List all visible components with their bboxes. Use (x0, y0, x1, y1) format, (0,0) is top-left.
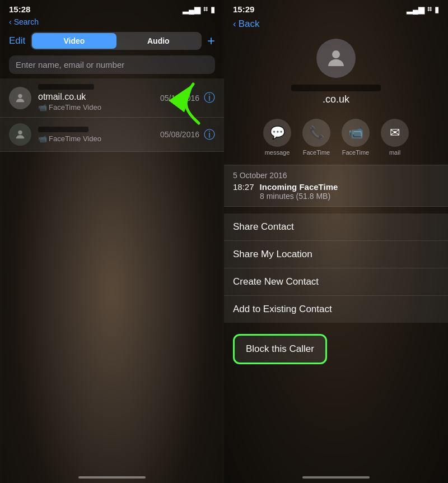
home-indicator-left (78, 476, 146, 479)
share-contact-item[interactable]: Share Contact (224, 213, 448, 241)
call-info: 📹 FaceTime Video (38, 127, 153, 143)
chevron-left-icon: ‹ (233, 18, 236, 30)
call-detail-date: 5 October 2016 (233, 171, 439, 180)
add-button[interactable]: + (207, 34, 215, 48)
video-tab[interactable]: Video (32, 33, 116, 49)
svg-point-1 (18, 131, 22, 134)
left-panel: 15:28 ▂▄▆ ⌗ ▮ ‹ Search Edit Video Audio … (0, 0, 224, 483)
mail-icon[interactable]: ✉ (381, 119, 409, 147)
home-indicator-right (302, 476, 370, 479)
facetime-audio-label: FaceTime (303, 149, 330, 156)
phone-icon[interactable]: 📞 (302, 119, 330, 147)
call-item[interactable]: 📹 FaceTime Video 05/08/2016 ⓘ (0, 118, 224, 152)
time-right: 15:29 (233, 4, 254, 14)
call-date: 05/08/2016 (160, 130, 199, 139)
battery-icon: ▮ (435, 5, 439, 14)
action-buttons: 💬 message 📞 FaceTime 📹 FaceTime ✉ mail (224, 114, 448, 162)
call-type: 📹 FaceTime Video (38, 134, 153, 143)
message-icon[interactable]: 💬 (263, 119, 291, 147)
signal-icon: ▂▄▆ (407, 5, 424, 14)
facetime-video-label: FaceTime (342, 149, 370, 156)
status-bar-right: 15:29 ▂▄▆ ⌗ ▮ (224, 0, 448, 16)
call-info: otmail.co.uk 📹 FaceTime Video (38, 84, 153, 112)
status-icons-left: ▂▄▆ ⌗ ▮ (183, 4, 215, 14)
call-list: otmail.co.uk 📹 FaceTime Video 05/10/2016… (0, 78, 224, 483)
battery-icon: ▮ (211, 5, 215, 14)
status-bar-left: 15:28 ▂▄▆ ⌗ ▮ (0, 0, 224, 16)
info-button[interactable]: ⓘ (204, 90, 215, 105)
call-detail-time: 18:27 (233, 182, 254, 192)
contact-domain: .co.uk (323, 94, 349, 105)
back-link-left[interactable]: ‹ Search (0, 16, 224, 29)
facetime-audio-action[interactable]: 📞 FaceTime (302, 119, 330, 156)
message-label: message (265, 149, 290, 156)
edit-button[interactable]: Edit (9, 35, 25, 47)
share-location-item[interactable]: Share My Location (224, 241, 448, 268)
video-icon: 📹 (38, 103, 47, 112)
contact-header: .co.uk (224, 33, 448, 114)
left-content: 15:28 ▂▄▆ ⌗ ▮ ‹ Search Edit Video Audio … (0, 0, 224, 483)
block-section: Block this Caller (224, 332, 448, 366)
contact-avatar (316, 39, 356, 78)
svg-point-3 (332, 50, 340, 58)
avatar (9, 87, 31, 109)
menu-list: Share Contact Share My Location Create N… (224, 213, 448, 323)
call-name: otmail.co.uk (38, 92, 153, 102)
back-label-right: Back (239, 18, 260, 30)
block-caller-button[interactable]: Block this Caller (233, 334, 327, 364)
search-placeholder: Enter name, email or number (16, 60, 124, 69)
call-meta: 05/10/2016 ⓘ (160, 90, 215, 105)
message-action[interactable]: 💬 message (263, 119, 291, 156)
call-type: 📹 FaceTime Video (38, 103, 153, 112)
back-nav-right[interactable]: ‹ Back (224, 16, 448, 33)
svg-point-0 (18, 94, 22, 97)
back-label-left: Search (14, 17, 39, 26)
facetime-video-action[interactable]: 📹 FaceTime (342, 119, 370, 156)
status-icons-right: ▂▄▆ ⌗ ▮ (407, 4, 439, 14)
wifi-icon: ⌗ (203, 4, 208, 14)
avatar (9, 123, 31, 146)
call-detail-size: 8 minutes (51.8 MB) (233, 192, 439, 201)
info-button[interactable]: ⓘ (204, 127, 215, 142)
mail-action[interactable]: ✉ mail (381, 119, 409, 156)
call-detail-type: Incoming FaceTime (260, 182, 338, 192)
call-date: 05/10/2016 (160, 94, 199, 103)
audio-tab[interactable]: Audio (116, 33, 200, 49)
right-panel: 15:29 ▂▄▆ ⌗ ▮ ‹ Back .co.uk 💬 (224, 0, 448, 483)
wifi-icon: ⌗ (427, 4, 432, 14)
video-icon: 📹 (38, 134, 47, 143)
right-content: 15:29 ▂▄▆ ⌗ ▮ ‹ Back .co.uk 💬 (224, 0, 448, 483)
segment-control: Video Audio (31, 32, 202, 50)
time-left: 15:28 (9, 4, 30, 14)
signal-icon: ▂▄▆ (183, 5, 200, 14)
nav-bar-left: Edit Video Audio + (0, 29, 224, 53)
chevron-left-icon: ‹ (9, 17, 12, 26)
facetime-video-icon[interactable]: 📹 (342, 119, 370, 147)
create-contact-item[interactable]: Create New Contact (224, 268, 448, 296)
add-existing-item[interactable]: Add to Existing Contact (224, 296, 448, 323)
call-detail-section: 5 October 2016 18:27 Incoming FaceTime 8… (224, 165, 448, 207)
mail-label: mail (389, 149, 400, 156)
search-bar[interactable]: Enter name, email or number (9, 55, 215, 74)
call-meta: 05/08/2016 ⓘ (160, 127, 215, 142)
call-item[interactable]: otmail.co.uk 📹 FaceTime Video 05/10/2016… (0, 78, 224, 118)
